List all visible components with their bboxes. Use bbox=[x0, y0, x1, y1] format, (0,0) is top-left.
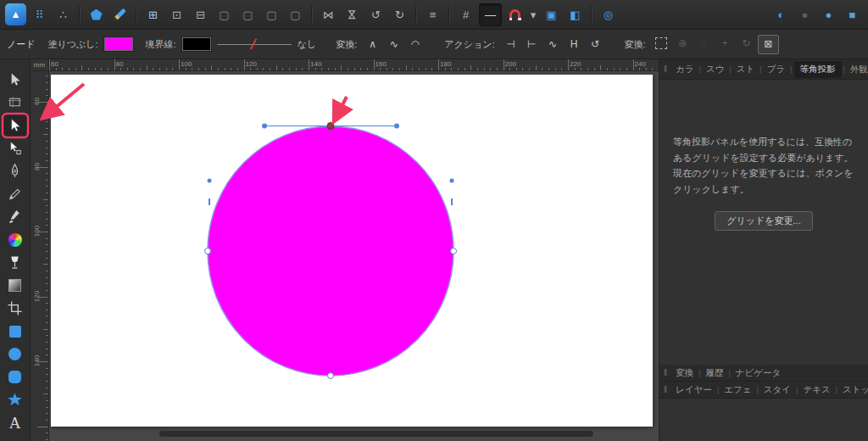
fill-swatch[interactable] bbox=[104, 37, 133, 51]
duplicate-icon[interactable]: ◎ bbox=[598, 4, 619, 25]
insert-inside-icon[interactable]: ▢ bbox=[261, 4, 282, 25]
artistic-text-tool[interactable]: A bbox=[3, 411, 28, 434]
control-handle-upper-left[interactable] bbox=[208, 179, 212, 183]
vector-crop-tool[interactable] bbox=[3, 297, 28, 320]
insert-in-front-icon[interactable]: ▢ bbox=[237, 4, 259, 25]
insert-on-top-icon[interactable]: ▢ bbox=[285, 4, 306, 25]
tab-swatches[interactable]: スウ bbox=[703, 62, 728, 77]
close-curve-icon-glyph: ⊢ bbox=[527, 38, 536, 50]
transform-mode-icon[interactable] bbox=[652, 35, 671, 53]
selected-ellipse[interactable] bbox=[208, 126, 453, 376]
rectangle-tool[interactable] bbox=[3, 320, 28, 343]
grid-settings-icon[interactable]: ⊟ bbox=[190, 4, 211, 25]
tab-appearance[interactable]: 外観 bbox=[847, 62, 868, 77]
rotate-ccw-icon[interactable]: ↺ bbox=[365, 4, 387, 25]
close-curve-icon[interactable]: ⊢ bbox=[522, 36, 542, 53]
tab-brushes[interactable]: ブラ bbox=[764, 62, 789, 77]
top-toolbar: ▲⠿∴⊞⊡⊟▢▢▢▢⋈⋈↺↻≡#—▾▣◧◎◐●●■ bbox=[0, 0, 868, 30]
node-tool[interactable] bbox=[3, 114, 28, 137]
rounded-rectangle-tool[interactable] bbox=[3, 366, 28, 388]
persona-grid-icon[interactable]: ⠿ bbox=[29, 4, 50, 25]
horizontal-scrollbar[interactable] bbox=[159, 431, 593, 437]
appearance-circle-icon[interactable]: ● bbox=[794, 4, 815, 25]
tab-history[interactable]: 履歴 bbox=[702, 366, 726, 381]
ruler-tick bbox=[46, 244, 48, 245]
break-curve-icon[interactable]: ⊣ bbox=[501, 36, 520, 53]
fill-circle-icon[interactable]: ● bbox=[818, 4, 839, 25]
convert-to-smart-icon[interactable]: ◠ bbox=[405, 36, 425, 53]
node-bottom[interactable] bbox=[328, 373, 334, 379]
transform-icon-group: ⊕◌+↻⊠ bbox=[652, 35, 779, 54]
join-curves-icon[interactable]: H bbox=[565, 36, 584, 53]
snapping-caret-icon[interactable]: ▾ bbox=[528, 4, 538, 25]
tab-isometric[interactable]: 等角投影 bbox=[794, 61, 842, 78]
snap-to-grid-icon[interactable]: ⊡ bbox=[166, 4, 187, 25]
move-to-front-icon[interactable]: ◧ bbox=[565, 4, 586, 25]
tab-stroke[interactable]: スト bbox=[733, 62, 759, 77]
artboard-tool[interactable] bbox=[3, 91, 28, 114]
snapping-magnet-icon[interactable] bbox=[504, 4, 526, 25]
show-handles-icon[interactable]: + bbox=[715, 35, 735, 53]
rotate-cw-icon[interactable]: ↻ bbox=[389, 4, 410, 25]
convert-to-sharp-icon[interactable]: ∧ bbox=[363, 36, 382, 53]
move-to-back-icon[interactable]: ▣ bbox=[541, 4, 562, 25]
control-handle-right[interactable] bbox=[394, 124, 399, 129]
tab-navigator[interactable]: ナビゲータ bbox=[732, 366, 784, 381]
stroke-square-icon[interactable]: ■ bbox=[842, 4, 863, 25]
transparency-tool[interactable] bbox=[3, 274, 28, 297]
pixel-persona-icon[interactable] bbox=[109, 4, 131, 25]
ruler-unit[interactable]: mm bbox=[31, 59, 49, 71]
hide-selection-icon[interactable]: ◌ bbox=[694, 35, 714, 53]
vector-brush-tool[interactable] bbox=[3, 205, 28, 228]
snapping-options-icon[interactable]: — bbox=[479, 3, 502, 26]
stroke-swatch[interactable] bbox=[182, 37, 211, 51]
rotation-handle-icon[interactable]: ↻ bbox=[737, 35, 756, 53]
fill-tool[interactable] bbox=[3, 251, 28, 274]
flip-horizontal-icon[interactable]: ⋈ bbox=[318, 4, 339, 25]
transform-origin-icon[interactable]: ⊕ bbox=[673, 35, 693, 53]
alignment-icon[interactable]: ≡ bbox=[422, 4, 443, 25]
gradient-icon bbox=[8, 279, 21, 292]
smooth-curve-icon[interactable]: ∿ bbox=[543, 36, 563, 53]
smooth-curve-icon-glyph: ∿ bbox=[548, 38, 557, 50]
vector-crop-tool-icon bbox=[7, 300, 23, 316]
node-right[interactable] bbox=[451, 248, 457, 254]
ellipse-tool[interactable] bbox=[3, 343, 28, 366]
grid-icon[interactable]: ⊞ bbox=[142, 4, 164, 25]
tab-styles[interactable]: スタイ bbox=[760, 382, 794, 398]
control-handle-left[interactable] bbox=[262, 124, 267, 129]
designer-persona-icon[interactable] bbox=[86, 4, 107, 25]
color-picker-tool[interactable] bbox=[3, 228, 28, 251]
ruler-tick bbox=[46, 400, 48, 401]
pencil-tool[interactable] bbox=[3, 182, 28, 205]
node-top-selected[interactable] bbox=[327, 123, 334, 130]
change-grid-button[interactable]: グリッドを変更... bbox=[715, 211, 812, 231]
share-icon[interactable]: ∴ bbox=[53, 4, 74, 25]
node-left[interactable] bbox=[205, 248, 211, 254]
ruler-tick bbox=[205, 68, 206, 70]
convert-to-smooth-icon[interactable]: ∿ bbox=[384, 36, 403, 53]
app-logo[interactable]: ▲ bbox=[5, 4, 26, 25]
tab-stock[interactable]: ストッ bbox=[839, 382, 868, 398]
tab-layers[interactable]: レイヤー bbox=[672, 382, 715, 398]
pen-tool[interactable] bbox=[3, 159, 28, 182]
ruler-tick bbox=[244, 59, 245, 70]
star-tool[interactable] bbox=[3, 388, 28, 411]
flip-vertical-icon[interactable]: ⋈ bbox=[342, 4, 363, 25]
move-tool[interactable] bbox=[3, 68, 28, 91]
tab-color[interactable]: カラ bbox=[672, 62, 698, 77]
stroke-width-slider[interactable] bbox=[217, 37, 292, 51]
reverse-curves-icon[interactable]: ↺ bbox=[586, 36, 605, 53]
tab-transform[interactable]: 変換 bbox=[672, 366, 697, 381]
tab-effects[interactable]: エフェ bbox=[721, 382, 754, 398]
ruler-tick bbox=[451, 68, 452, 70]
point-transform-tool[interactable] bbox=[3, 137, 28, 159]
cycle-selection-box-icon[interactable]: ⊠ bbox=[758, 35, 779, 54]
insert-behind-icon[interactable]: ▢ bbox=[214, 4, 235, 25]
contour-icon[interactable]: ◐ bbox=[771, 4, 792, 25]
toggle-grid-icon[interactable]: # bbox=[455, 4, 476, 25]
control-handle-upper-right[interactable] bbox=[450, 179, 454, 183]
tab-text-styles[interactable]: テキス bbox=[799, 382, 833, 398]
move-to-back-icon-glyph: ▣ bbox=[546, 9, 556, 20]
ruler-tick bbox=[399, 68, 400, 70]
